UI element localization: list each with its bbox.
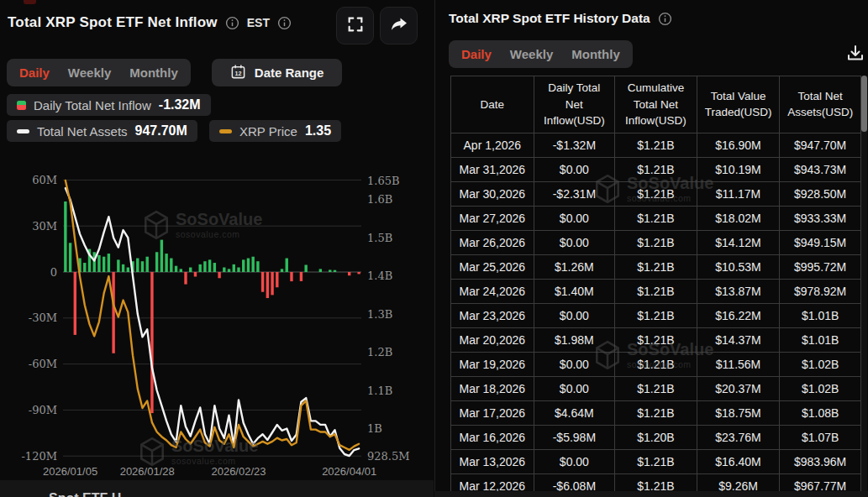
svg-text:1.65B: 1.65B xyxy=(367,175,400,187)
legend-label: XRP Price xyxy=(239,124,297,139)
svg-text:1.4B: 1.4B xyxy=(367,269,392,282)
inflow-chart[interactable]: 60M30M0-30M-60M-90M-120M 1.65B1.6B1.5B1.… xyxy=(0,164,430,487)
legend-value: 947.70M xyxy=(135,123,187,139)
table-row: Mar 27,2026 $0.00 $1.21B $18.02M $933.33… xyxy=(451,206,861,230)
chart-controls: Daily Weekly Monthly 12 Date Range xyxy=(7,59,342,86)
cell-date: Mar 16,2026 xyxy=(451,425,534,449)
legend-xrp-price[interactable]: XRP Price 1.35 xyxy=(209,120,341,142)
history-table-body: Apr 1,2026 -$1.32M $1.21B $16.90M $947.7… xyxy=(451,133,861,497)
cell-net-assets: $933.33M xyxy=(780,206,861,230)
tab-daily[interactable]: Daily xyxy=(19,65,50,80)
cell-value-traded: $16.22M xyxy=(697,303,780,327)
table-row: Mar 18,2026 $0.00 $1.21B $20.37M $1.02B xyxy=(451,376,861,400)
cell-daily-inflow: $0.00 xyxy=(534,303,615,327)
tab-weekly[interactable]: Weekly xyxy=(68,65,111,80)
col-daily-inflow: Daily Total Net Inflow(USD) xyxy=(534,76,615,133)
table-scrollbar[interactable] xyxy=(861,76,867,491)
share-button[interactable] xyxy=(380,7,418,44)
cell-value-traded: $10.19M xyxy=(697,157,780,181)
svg-text:2026/04/01: 2026/04/01 xyxy=(322,465,376,478)
svg-text:-30M: -30M xyxy=(29,311,57,324)
cell-net-assets: $978.92M xyxy=(780,279,861,303)
cell-value-traded: $10.53M xyxy=(697,254,780,279)
svg-text:928.5M: 928.5M xyxy=(367,450,410,463)
cell-cumulative-inflow: $1.21B xyxy=(615,303,697,327)
cell-value-traded: $14.37M xyxy=(697,327,780,352)
history-period-tabs: Daily Weekly Monthly xyxy=(449,40,633,68)
cell-daily-inflow: $4.64M xyxy=(534,400,615,425)
cell-cumulative-inflow: $1.21B xyxy=(615,206,697,230)
history-title-row: Total XRP Spot ETF History Data xyxy=(449,11,672,26)
cell-daily-inflow: $0.00 xyxy=(534,352,615,376)
cell-value-traded: $23.76M xyxy=(697,425,780,449)
period-tabs: Daily Weekly Monthly xyxy=(7,59,191,86)
legend-total-net-assets[interactable]: Total Net Assets 947.70M xyxy=(7,120,197,142)
download-icon xyxy=(845,54,865,66)
table-row: Mar 19,2026 $0.00 $1.21B $11.56M $1.02B xyxy=(451,352,861,376)
cell-net-assets: $995.72M xyxy=(780,254,861,279)
cell-value-traded: $11.17M xyxy=(697,181,780,206)
legend-daily-net-inflow[interactable]: Daily Total Net Inflow -1.32M xyxy=(7,94,211,116)
cell-daily-inflow: $0.00 xyxy=(534,376,615,400)
cell-date: Mar 23,2026 xyxy=(451,303,534,327)
date-range-label: Date Range xyxy=(255,65,324,80)
cell-cumulative-inflow: $1.21B xyxy=(615,157,697,181)
net-inflow-title-row: Total XRP Spot ETF Net Inflow EST xyxy=(8,14,292,31)
svg-text:-120M: -120M xyxy=(21,450,57,463)
cell-date: Mar 20,2026 xyxy=(451,327,534,352)
fullscreen-button[interactable] xyxy=(336,7,374,44)
cell-daily-inflow: $0.00 xyxy=(534,157,615,181)
table-row: Mar 25,2026 $1.26M $1.21B $10.53M $995.7… xyxy=(451,254,861,279)
cell-daily-inflow: $1.98M xyxy=(534,327,615,352)
cell-daily-inflow: -$1.32M xyxy=(534,133,615,157)
cell-net-assets: $1.02B xyxy=(780,376,861,400)
svg-text:2026/01/05: 2026/01/05 xyxy=(43,465,97,478)
svg-text:1B: 1B xyxy=(367,422,382,435)
cell-daily-inflow: $1.40M xyxy=(534,279,615,303)
col-cumulative-inflow: Cumulative Total Net Inflow(USD) xyxy=(615,76,697,133)
cell-date: Mar 25,2026 xyxy=(451,254,534,279)
info-icon[interactable] xyxy=(277,16,292,30)
cell-net-assets: $1.02B xyxy=(780,352,861,376)
table-row: Mar 31,2026 $0.00 $1.21B $10.19M $943.73… xyxy=(451,157,861,181)
svg-text:12: 12 xyxy=(234,71,241,77)
cell-date: Mar 19,2026 xyxy=(451,352,534,376)
share-icon xyxy=(389,15,409,36)
svg-text:1.2B: 1.2B xyxy=(367,346,392,358)
cell-cumulative-inflow: $1.21B xyxy=(615,181,697,206)
svg-text:30M: 30M xyxy=(32,220,57,233)
svg-text:0: 0 xyxy=(50,266,57,279)
cell-cumulative-inflow: $1.21B xyxy=(615,400,697,425)
white-line-icon xyxy=(17,129,29,133)
cell-date: Mar 17,2026 xyxy=(451,400,534,425)
info-icon[interactable] xyxy=(225,16,239,30)
col-net-assets: Total Net Assets(USD) xyxy=(780,76,861,133)
tab-monthly[interactable]: Monthly xyxy=(571,47,620,61)
cell-value-traded: $11.56M xyxy=(697,352,780,376)
assets-line xyxy=(66,188,359,456)
history-data-panel: Total XRP Spot ETF History Data Daily We… xyxy=(434,0,868,497)
legend-value: 1.35 xyxy=(305,123,331,139)
table-row: Mar 30,2026 -$2.31M $1.21B $11.17M $928.… xyxy=(451,181,861,206)
tab-daily[interactable]: Daily xyxy=(461,47,492,61)
col-value-traded: Total Value Traded(USD) xyxy=(697,76,780,133)
fullscreen-icon xyxy=(346,15,365,36)
svg-text:-90M: -90M xyxy=(29,404,57,416)
info-icon[interactable] xyxy=(658,12,672,26)
cell-cumulative-inflow: $1.21B xyxy=(615,449,697,473)
table-row: Mar 20,2026 $1.98M $1.21B $14.37M $1.01B xyxy=(451,327,861,352)
date-range-button[interactable]: 12 Date Range xyxy=(212,59,343,86)
tab-weekly[interactable]: Weekly xyxy=(510,47,553,61)
tab-monthly[interactable]: Monthly xyxy=(129,65,178,80)
legend-label: Daily Total Net Inflow xyxy=(34,98,151,112)
cell-date: Mar 18,2026 xyxy=(451,376,534,400)
cell-net-assets: $1.01B xyxy=(780,303,861,327)
cell-net-assets: $943.73M xyxy=(780,157,861,181)
chart-window-buttons xyxy=(336,7,418,44)
cell-cumulative-inflow: $1.21B xyxy=(615,327,697,352)
download-button[interactable] xyxy=(844,44,866,65)
legend-label: Total Net Assets xyxy=(37,124,128,139)
page-title: Total XRP Spot ETF Net Inflow xyxy=(8,14,218,31)
scrollbar-thumb[interactable] xyxy=(861,76,867,132)
cell-date: Apr 1,2026 xyxy=(451,133,534,157)
